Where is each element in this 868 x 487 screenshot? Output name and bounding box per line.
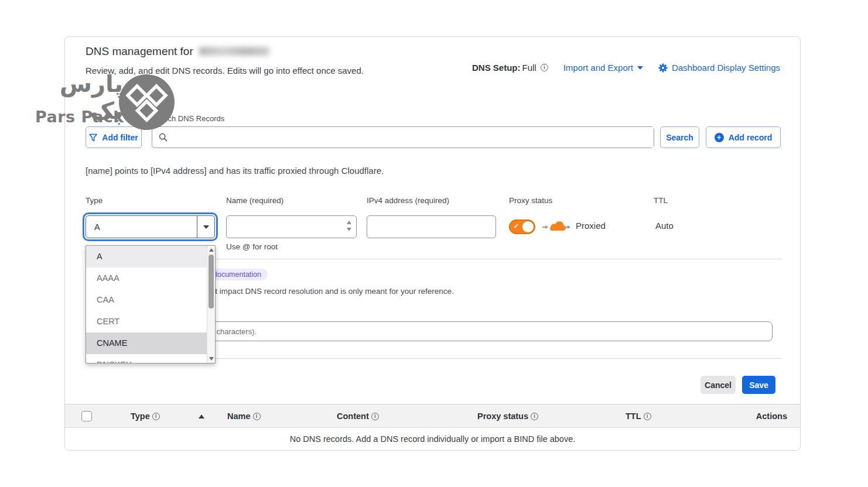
type-option-dnskey[interactable]: DNSKEY <box>86 354 207 363</box>
select-caret-box[interactable] <box>197 216 214 238</box>
watermark-latin-text: Pars Pack <box>35 108 124 126</box>
type-option-cert[interactable]: CERT <box>86 311 207 332</box>
type-select-value: A <box>86 216 197 238</box>
type-select[interactable]: A <box>86 215 215 238</box>
info-icon: i <box>152 413 160 420</box>
proxy-status-value: Proxied <box>576 221 606 231</box>
toggle-knob <box>522 221 534 232</box>
type-option-caa[interactable]: CAA <box>86 289 207 311</box>
column-name-label: Name <box>227 411 251 421</box>
info-icon: i <box>253 413 261 420</box>
type-label: Type <box>86 196 102 205</box>
proxy-toggle[interactable]: ✓ <box>509 220 535 234</box>
proxy-status-label: Proxy status <box>509 196 552 205</box>
dns-setup-value: Full <box>522 63 536 73</box>
dns-setup-status: DNS Setup: Full i <box>472 63 548 73</box>
info-icon: i <box>541 64 548 71</box>
search-button-label: Search <box>666 133 693 142</box>
type-option-aaaa[interactable]: AAAA <box>86 267 207 289</box>
column-proxy-label: Proxy status <box>477 411 528 421</box>
scrollbar-thumb[interactable] <box>209 255 214 308</box>
type-options: A AAAA CAA CERT CNAME DNSKEY <box>86 246 207 363</box>
type-option-cname[interactable]: CNAME <box>86 332 207 354</box>
record-intro-text: [name] points to [IPv4 address] and has … <box>86 166 384 176</box>
empty-state-message: No DNS records. Add a DNS record individ… <box>65 428 800 451</box>
column-type[interactable]: Typei <box>131 411 160 421</box>
search-button[interactable]: Search <box>660 126 699 148</box>
chevron-down-icon <box>203 225 209 229</box>
sort-ascending-icon[interactable] <box>199 414 204 419</box>
name-hint: Use @ for root <box>226 242 278 251</box>
dns-table-header: Typei Namei Contenti Proxy statusi TTLi … <box>65 404 800 428</box>
check-icon: ✓ <box>514 222 519 230</box>
scroll-up-icon[interactable] <box>209 248 214 252</box>
column-content-label: Content <box>337 411 369 421</box>
dashboard-display-settings-label: Dashboard Display Settings <box>672 63 780 73</box>
scroll-down-icon[interactable] <box>209 357 214 361</box>
ttl-label: TTL <box>654 196 668 205</box>
header-actions: DNS Setup: Full i Import and Export Dash… <box>472 63 780 73</box>
name-stepper[interactable] <box>347 221 353 234</box>
save-button[interactable]: Save <box>742 376 775 394</box>
search-icon <box>159 133 168 142</box>
gear-icon <box>658 63 668 73</box>
dns-management-card: DNS management for Review, add, and edit… <box>64 36 801 451</box>
column-ttl-label: TTL <box>626 411 641 421</box>
type-dropdown-list: A AAAA CAA CERT CNAME DNSKEY <box>86 245 216 363</box>
info-icon: i <box>371 413 379 420</box>
add-record-label: Add record <box>729 133 773 142</box>
ipv4-label: IPv4 address (required) <box>367 196 449 205</box>
page-title-text: DNS management for <box>86 45 193 57</box>
add-record-button[interactable]: + Add record <box>706 126 781 148</box>
search-input-container <box>152 126 654 148</box>
ttl-value: Auto <box>655 221 674 231</box>
cloud-proxy-icon <box>542 220 571 237</box>
stepper-down-icon[interactable] <box>347 228 351 231</box>
type-option-a[interactable]: A <box>86 246 207 267</box>
cancel-button[interactable]: Cancel <box>700 376 736 394</box>
select-all-checkbox[interactable] <box>81 411 92 421</box>
name-field[interactable] <box>226 215 357 238</box>
import-export-menu[interactable]: Import and Export <box>563 63 643 73</box>
search-input[interactable] <box>172 127 654 148</box>
documentation-link[interactable]: documentation <box>207 269 268 280</box>
parspack-logo-icon <box>119 74 175 130</box>
ipv4-field[interactable] <box>367 215 496 238</box>
domain-redacted <box>199 47 269 56</box>
column-ttl[interactable]: TTLi <box>626 411 651 421</box>
dashboard-display-settings-link[interactable]: Dashboard Display Settings <box>658 63 780 73</box>
dns-setup-label: DNS Setup: <box>472 63 521 73</box>
column-name[interactable]: Namei <box>227 411 261 421</box>
filter-icon <box>89 133 97 142</box>
info-icon: i <box>531 413 538 420</box>
chevron-down-icon <box>637 66 643 70</box>
column-actions: Actions <box>756 411 787 421</box>
column-proxy-status[interactable]: Proxy statusi <box>477 411 538 421</box>
column-type-label: Type <box>131 411 150 421</box>
page-title: DNS management for <box>86 45 269 58</box>
dropdown-scrollbar[interactable] <box>207 246 215 363</box>
name-label: Name (required) <box>226 196 283 205</box>
info-icon: i <box>644 413 651 420</box>
stepper-up-icon[interactable] <box>347 221 351 224</box>
plus-icon: + <box>715 133 724 142</box>
import-export-label: Import and Export <box>563 63 633 73</box>
column-content[interactable]: Contenti <box>337 411 379 421</box>
add-filter-label: Add filter <box>102 133 138 142</box>
